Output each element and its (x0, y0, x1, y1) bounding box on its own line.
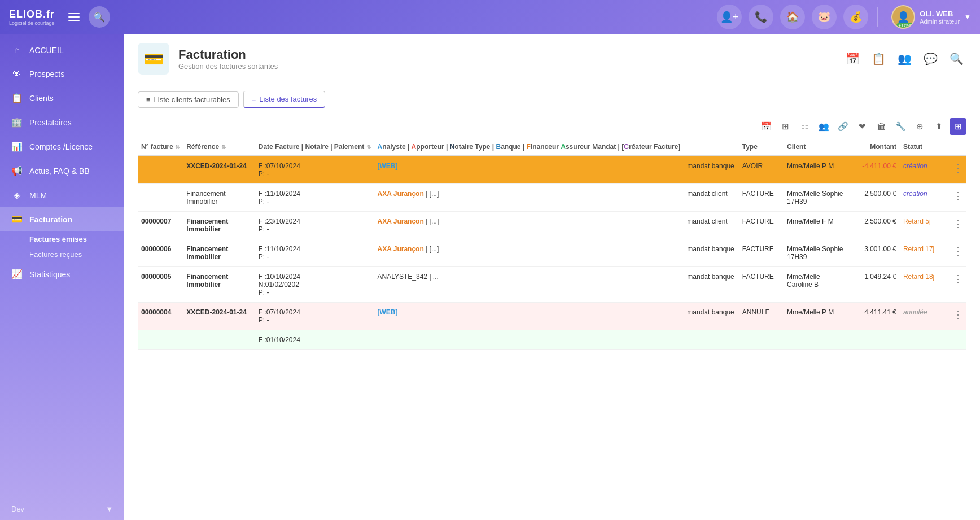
cell-ref: XXCED-2024-01-24 (183, 303, 255, 330)
analyste-link[interactable]: [WEB] (378, 162, 398, 170)
row-more-icon[interactable]: ⋮ (953, 246, 963, 257)
search-button[interactable]: 🔍 (89, 6, 110, 28)
cell-statut: création (900, 156, 950, 184)
table-upload-button[interactable]: ⬆ (930, 118, 947, 135)
nav-phone-button[interactable]: 📞 (749, 5, 773, 29)
cell-mandat: mandat banque (684, 303, 738, 330)
prestataires-icon: 🏢 (11, 117, 23, 128)
users-header-button[interactable]: 👥 (894, 49, 915, 69)
hamburger-line (68, 13, 80, 14)
sidebar-item-facturation[interactable]: 💳 Facturation (0, 207, 124, 231)
analyste-link[interactable]: AXA Jurançon (378, 245, 424, 253)
page-subtitle: Gestion des factures sortantes (178, 62, 833, 71)
nav-savings-button[interactable]: 🐷 (812, 5, 837, 29)
cell-client: Mme/Melle Caroline B (784, 267, 850, 303)
page-header: 💳 Facturation Gestion des factures sorta… (124, 34, 980, 84)
cell-ref: Financement Immobilier (183, 267, 255, 303)
liste-clients-button[interactable]: ≡ Liste clients facturables (138, 91, 239, 108)
navbar: ELIOB.fr Logiciel de courtage 🔍 👤+ 📞 🏠 🐷… (0, 0, 980, 34)
phone-icon: 📞 (755, 11, 767, 23)
home-icon: 🏠 (786, 11, 799, 23)
facturation-icon: 💳 (11, 214, 23, 225)
table-active-button[interactable]: ⊞ (950, 118, 966, 135)
sort-icon: ⇅ (175, 144, 180, 150)
cell-date: F :11/10/2024P: - (255, 184, 374, 212)
cell-actions[interactable]: ⋮ (950, 239, 966, 267)
chevron-down-icon: ▼ (106, 505, 113, 513)
col-header-date[interactable]: Date Facture | Notaire | Paiement ⇅ (255, 138, 374, 156)
reference-text: XXCED-2024-01-24 (186, 162, 247, 170)
sidebar-sub-factures-emises[interactable]: Factures émises (0, 231, 124, 247)
sidebar-item-mlm[interactable]: ◈ MLM (0, 183, 124, 207)
analyste-link[interactable]: [WEB] (378, 308, 398, 316)
table-link-button[interactable]: 🔗 (834, 118, 851, 135)
nav-money-button[interactable]: 💰 (843, 5, 868, 29)
table-heart-button[interactable]: ❤ (854, 118, 870, 135)
cell-actions[interactable]: ⋮ (950, 156, 966, 184)
sidebar-item-statistiques[interactable]: 📈 Statistiques (0, 262, 124, 286)
calendar-header-button[interactable]: 📅 (842, 49, 863, 69)
liste-factures-button[interactable]: ≡ Liste des factures (243, 91, 325, 108)
table-grid-button[interactable]: ⊞ (777, 118, 794, 135)
sidebar-item-accueil[interactable]: ⌂ ACCUEIL (0, 38, 124, 62)
user-role: Administrateur (920, 18, 960, 25)
cell-num: 00000006 (138, 239, 183, 267)
cell-actions[interactable]: ⋮ (950, 303, 966, 330)
sidebar-sub-factures-recues[interactable]: Factures reçues (0, 247, 124, 262)
cell-analyste: AXA Jurançon | [...] (374, 239, 684, 267)
hamburger-line (68, 20, 80, 21)
chat-header-button[interactable]: 💬 (920, 49, 940, 69)
table-tool-button[interactable]: 🔧 (892, 118, 909, 135)
analyste-link[interactable]: AXA Jurançon (378, 217, 424, 225)
cell-type: FACTURE (739, 239, 784, 267)
user-area[interactable]: 👤 +17906 OLI. WEB Administrateur ▼ (891, 5, 971, 29)
col-header-reference[interactable]: Référence ⇅ (183, 138, 255, 156)
cell-analyste (374, 330, 684, 350)
cell-actions[interactable]: ⋮ (950, 184, 966, 212)
money-icon: 💰 (850, 11, 862, 23)
table-search-input[interactable] (699, 121, 755, 132)
table-persons-button[interactable]: 👥 (815, 118, 832, 135)
cell-montant: -4,411.00 € (850, 156, 900, 184)
page-icon: 💳 (138, 43, 169, 75)
sidebar-item-prospects[interactable]: 👁 Prospects (0, 62, 124, 86)
col-header-num[interactable]: N° facture ⇅ (138, 138, 183, 156)
logo-text: ELIOB.fr (9, 8, 55, 20)
list-header-button[interactable]: 📋 (868, 49, 889, 69)
home-icon: ⌂ (11, 45, 23, 55)
cell-ref: Financement Immobilier (183, 212, 255, 239)
sidebar-item-prestataires[interactable]: 🏢 Prestataires (0, 110, 124, 134)
cell-statut: Retard 17j (900, 239, 950, 267)
row-more-icon[interactable]: ⋮ (953, 218, 963, 229)
sidebar-bottom-dev[interactable]: Dev ▼ (0, 498, 124, 520)
nav-add-person-button[interactable]: 👤+ (717, 5, 742, 29)
cell-montant: 1,049.24 € (850, 267, 900, 303)
row-more-icon[interactable]: ⋮ (953, 163, 963, 174)
table-bank-button[interactable]: 🏛 (873, 118, 890, 135)
cell-actions[interactable]: ⋮ (950, 212, 966, 239)
table-add-button[interactable]: ⊕ (911, 118, 928, 135)
row-more-icon[interactable]: ⋮ (953, 309, 963, 320)
toolbar-row: ≡ Liste clients facturables ≡ Liste des … (138, 91, 966, 108)
col-header-client: Client (784, 138, 850, 156)
cell-type: FACTURE (739, 184, 784, 212)
sidebar-label-mlm: MLM (29, 191, 47, 200)
row-more-icon[interactable]: ⋮ (953, 273, 963, 285)
search-header-button[interactable]: 🔍 (946, 49, 966, 69)
cell-client: Mme/Melle F M (784, 212, 850, 239)
table-calendar-button[interactable]: 📅 (758, 118, 775, 135)
nav-home-button[interactable]: 🏠 (780, 5, 805, 29)
cell-actions[interactable]: ⋮ (950, 267, 966, 303)
clients-icon: 📋 (11, 93, 23, 103)
apporteur-label: A (412, 143, 417, 151)
analyste-link[interactable]: AXA Jurançon (378, 190, 424, 198)
sidebar-item-comptes[interactable]: 📊 Comptes /Licence (0, 134, 124, 159)
cell-type: FACTURE (739, 212, 784, 239)
cell-statut: création (900, 184, 950, 212)
analyste-link[interactable]: ANALYSTE_342 (378, 273, 428, 281)
table-columns-button[interactable]: ⚏ (796, 118, 813, 135)
hamburger-button[interactable] (66, 11, 82, 23)
sidebar-item-actus[interactable]: 📢 Actus, FAQ & BB (0, 159, 124, 183)
row-more-icon[interactable]: ⋮ (953, 190, 963, 202)
sidebar-item-clients[interactable]: 📋 Clients (0, 86, 124, 110)
